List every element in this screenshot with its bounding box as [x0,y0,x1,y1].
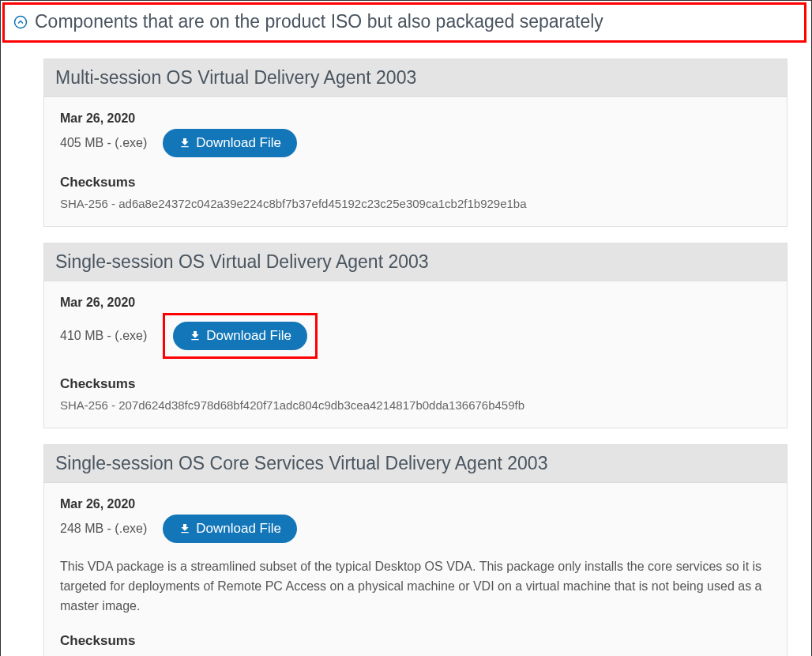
download-card: Multi-session OS Virtual Delivery Agent … [43,58,788,227]
card-body: Mar 26, 2020 248 MB - (.exe) Download Fi… [44,483,787,656]
section-title: Components that are on the product ISO b… [35,11,603,32]
download-button[interactable]: Download File [173,322,307,350]
button-wrap: Download File [163,313,318,359]
download-card: Single-session OS Core Services Virtual … [43,444,788,656]
card-description: This VDA package is a streamlined subset… [60,557,771,616]
download-icon [179,522,191,535]
checksum-value: SHA-256 - ad6a8e24372c042a39e224c8bf7b37… [60,197,771,210]
card-size: 405 MB - (.exe) [60,136,147,150]
card-size: 410 MB - (.exe) [60,329,147,343]
card-date: Mar 26, 2020 [60,296,771,310]
card-body: Mar 26, 2020 410 MB - (.exe) Download Fi… [44,281,787,428]
button-wrap: Download File [163,129,297,157]
download-button-label: Download File [196,135,281,151]
checksums-heading: Checksums [60,633,771,649]
card-size: 248 MB - (.exe) [60,522,147,536]
download-card: Single-session OS Virtual Delivery Agent… [43,243,788,428]
download-button-label: Download File [206,328,291,344]
checksums-heading: Checksums [60,175,771,190]
chevron-up-icon [13,14,28,30]
card-date: Mar 26, 2020 [60,497,771,511]
checksum-value: SHA-256 - 207d624d38fc978d68bf420f71adc8… [60,398,771,412]
checksums-heading: Checksums [60,376,771,392]
card-title: Multi-session OS Virtual Delivery Agent … [44,59,787,97]
card-title: Single-session OS Virtual Delivery Agent… [44,243,787,281]
svg-point-0 [15,16,27,28]
card-body: Mar 26, 2020 405 MB - (.exe) Download Fi… [44,97,787,226]
section-header[interactable]: Components that are on the product ISO b… [2,2,806,43]
download-button[interactable]: Download File [163,515,297,543]
download-icon [189,330,201,342]
card-date: Mar 26, 2020 [60,111,771,126]
download-icon [179,137,191,149]
download-button[interactable]: Download File [163,129,297,157]
card-title: Single-session OS Core Services Virtual … [44,445,787,483]
download-button-label: Download File [196,521,281,537]
button-wrap: Download File [163,515,297,543]
